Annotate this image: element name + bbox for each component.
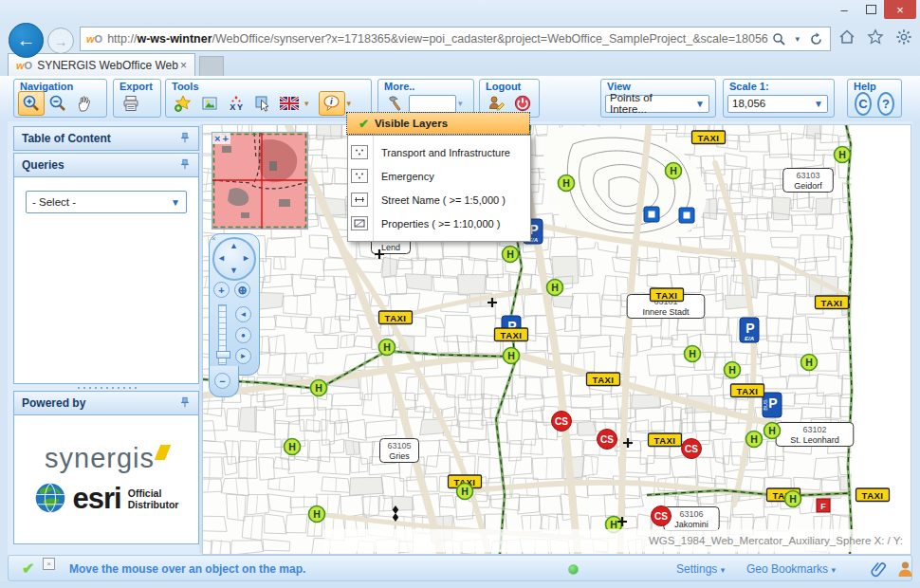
zoom-out-button[interactable]	[45, 91, 71, 116]
pan-down-icon[interactable]: ▼	[230, 266, 238, 275]
pan-hand-button[interactable]	[71, 91, 98, 116]
pin-icon[interactable]	[179, 157, 191, 174]
help-button[interactable]: ?	[877, 92, 894, 116]
map-marker-fuel[interactable]: CS	[552, 412, 572, 432]
print-button[interactable]	[118, 91, 144, 116]
map-marker-bus[interactable]: H	[725, 362, 741, 378]
panel-resize-handle[interactable]	[13, 384, 199, 391]
zoom-slider-handle[interactable]	[216, 351, 230, 358]
map-marker-bus[interactable]: H	[746, 432, 763, 448]
zoom-in-button[interactable]	[18, 91, 45, 116]
geo-bookmarks-menu[interactable]: Geo Bookmarks ▾	[746, 562, 836, 576]
info-identify-button[interactable]: i	[319, 91, 345, 116]
map-marker-taxi[interactable]: TAXI	[495, 328, 528, 341]
browser-back-button[interactable]: ←	[9, 23, 44, 58]
pan-dpad[interactable]: ▲ ▼ ◄ ►	[212, 237, 256, 281]
map-marker-bus[interactable]: H	[457, 484, 473, 500]
refresh-icon[interactable]	[805, 28, 826, 49]
map-viewport[interactable]: 63103Geidorf63104Lend63101Innere Stadt63…	[202, 124, 911, 555]
map-marker-taxi[interactable]: TAXI	[731, 384, 764, 397]
xy-coordinates-icon[interactable]: XY	[223, 91, 249, 116]
map-marker-fuel[interactable]: CS	[682, 439, 702, 459]
next-extent-button[interactable]: ►	[235, 348, 251, 364]
map-marker-fuel[interactable]: CS	[652, 506, 672, 526]
pan-left-icon[interactable]: ◄	[217, 254, 226, 263]
window-maximize-button[interactable]	[857, 0, 884, 19]
map-marker-taxi[interactable]: TAXI	[692, 131, 726, 144]
dismiss-message-icon[interactable]: ×	[43, 558, 55, 570]
menu-item-properties[interactable]: Properties ( >= 1:10,000 )	[348, 211, 530, 235]
map-marker-parking[interactable]: PBUS	[763, 393, 782, 417]
menu-item-street-name[interactable]: Street Name ( >= 1:5,000 )	[348, 188, 530, 211]
home-icon[interactable]	[837, 27, 857, 47]
window-minimize-button[interactable]: –	[831, 0, 857, 19]
previous-extent-button[interactable]: ◄	[235, 306, 251, 322]
flag-dropdown-icon[interactable]: ▾	[303, 99, 311, 108]
overview-map[interactable]: × +	[212, 132, 308, 230]
map-marker-bus[interactable]: H	[764, 423, 781, 439]
map-marker-taxi[interactable]: TAXI	[379, 311, 413, 324]
window-close-button[interactable]: ×	[884, 0, 916, 19]
address-dropdown-icon[interactable]: ▾	[795, 34, 800, 44]
map-marker-taxi[interactable]: TAXI	[816, 296, 849, 309]
panel-header-queries[interactable]: Queries	[13, 153, 199, 177]
map-marker-bus[interactable]: H	[309, 506, 325, 523]
map-marker-bus[interactable]: H	[504, 348, 520, 364]
map-canvas[interactable]: 63103Geidorf63104Lend63101Innere Stadt63…	[203, 125, 911, 554]
map-marker-bus[interactable]: H	[285, 439, 301, 455]
query-select[interactable]: - Select - ▼	[26, 191, 187, 213]
panel-header-table-of-content[interactable]: Table of Content	[13, 126, 199, 151]
map-marker-taxi[interactable]: TAXI	[856, 488, 890, 502]
map-marker-bus[interactable]: H	[801, 355, 818, 371]
info-dropdown-icon[interactable]: ▾	[345, 99, 354, 108]
add-favorite-star-icon[interactable]	[170, 91, 196, 116]
full-extent-button[interactable]: ⊕	[234, 282, 250, 298]
copyright-button[interactable]: C	[855, 92, 872, 116]
menu-item-transport[interactable]: Transport and Infrastructure	[348, 140, 530, 164]
new-tab-button[interactable]	[199, 56, 224, 78]
overview-move-icon[interactable]: +	[222, 133, 228, 144]
map-marker-bus[interactable]: H	[503, 247, 519, 263]
map-marker-bus[interactable]: H	[835, 147, 851, 163]
attachment-paperclip-icon[interactable]	[870, 560, 889, 581]
more-select-arrow-icon[interactable]: ▾	[456, 99, 465, 108]
map-marker-bus[interactable]: H	[785, 491, 801, 507]
zoom-slider[interactable]	[218, 304, 227, 365]
map-marker-viewpoint[interactable]	[679, 208, 694, 223]
settings-menu[interactable]: Settings ▾	[676, 562, 725, 576]
pin-icon[interactable]	[179, 395, 191, 412]
language-flag-icon[interactable]	[276, 91, 303, 116]
search-icon[interactable]	[768, 28, 789, 49]
pan-up-icon[interactable]: ▲	[230, 242, 238, 250]
tab-close-icon[interactable]: ×	[178, 59, 189, 72]
menu-item-emergency[interactable]: Emergency	[348, 164, 530, 188]
panel-header-powered-by[interactable]: Powered by	[13, 391, 199, 415]
pan-right-icon[interactable]: ►	[242, 254, 250, 263]
map-marker-bus[interactable]: H	[379, 340, 396, 356]
map-marker-fire[interactable]: F	[817, 499, 830, 512]
navwidget-collapse-icon[interactable]: ×	[212, 234, 216, 243]
map-marker-bus[interactable]: H	[559, 175, 575, 192]
settings-gear-icon[interactable]	[893, 27, 914, 47]
map-marker-parking[interactable]: PE/A	[740, 318, 759, 342]
browser-forward-button[interactable]: →	[47, 28, 74, 54]
map-image-icon[interactable]	[196, 91, 223, 116]
map-marker-taxi[interactable]: TAXI	[651, 288, 684, 302]
browser-tab[interactable]: wO SYNERGIS WebOffice Web... ×	[8, 53, 195, 76]
map-marker-taxi[interactable]: TAXI	[587, 373, 620, 386]
address-bar[interactable]: wO http://w-ws-wintner/WebOffice/synserv…	[80, 27, 831, 51]
map-marker-taxi[interactable]: TAXI	[649, 433, 682, 447]
map-marker-bus[interactable]: H	[666, 163, 682, 179]
zoom-out-widget-button[interactable]: −	[214, 373, 230, 389]
map-marker-bus[interactable]: H	[547, 280, 563, 296]
map-marker-viewpoint[interactable]	[644, 207, 659, 222]
scale-select[interactable]: 18,056 ▼	[727, 95, 828, 113]
map-marker-fuel[interactable]: CS	[598, 430, 617, 450]
select-cursor-icon[interactable]	[249, 91, 276, 116]
map-navigation-widget[interactable]: × ▲ ▼ ◄ ► + ⊕ ◄ ● ► −	[209, 233, 258, 396]
pin-icon[interactable]	[179, 131, 191, 147]
visible-layers-menu-header[interactable]: ✔ Visible Layers	[347, 113, 529, 134]
current-extent-button[interactable]: ●	[235, 327, 251, 343]
more-tools-select[interactable]	[409, 95, 456, 113]
map-marker-bus[interactable]: H	[311, 380, 327, 396]
